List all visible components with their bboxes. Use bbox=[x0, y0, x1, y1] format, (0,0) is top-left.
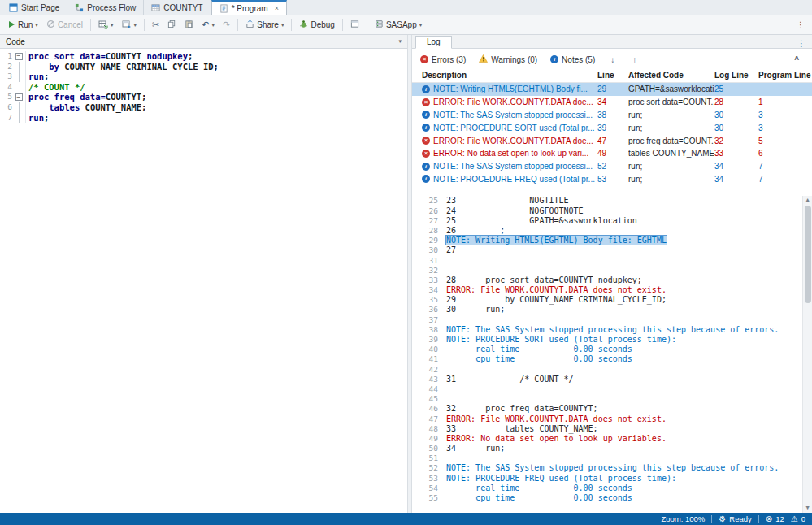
collapse-issues-icon[interactable]: ^ bbox=[789, 55, 804, 64]
log-table-row[interactable]: iNOTE: The SAS System stopped processi..… bbox=[412, 160, 812, 173]
scroll-up-icon[interactable]: ▲ bbox=[805, 196, 809, 205]
filter-warnings[interactable]: Warnings (0) bbox=[479, 54, 537, 64]
log-line-number: 34 bbox=[419, 285, 438, 295]
share-button[interactable]: Share ▾ bbox=[242, 18, 287, 32]
filter-notes[interactable]: i Notes (5) bbox=[550, 55, 595, 64]
log-line[interactable]: 38NOTE: The SAS System stopped processin… bbox=[419, 325, 812, 335]
log-line[interactable]: 37 bbox=[419, 315, 812, 325]
send-button[interactable]: ▾ bbox=[119, 18, 141, 33]
log-line[interactable]: 2523 NOGTITLE bbox=[419, 196, 812, 206]
tab-program[interactable]: * Program × bbox=[211, 0, 287, 15]
log-line[interactable]: 52NOTE: The SAS System stopped processin… bbox=[419, 463, 812, 473]
tab-countyt[interactable]: COUNTYT bbox=[144, 0, 211, 15]
log-table-row[interactable]: ×ERROR: No data set open to look up vari… bbox=[412, 147, 812, 160]
zoom-level[interactable]: Zoom: 100% bbox=[661, 514, 705, 523]
log-line[interactable]: 49ERROR: No data set open to look up var… bbox=[419, 434, 812, 444]
log-table-row[interactable]: iNOTE: PROCEDURE FREQ used (Total pr...5… bbox=[412, 173, 812, 186]
run-button[interactable]: Run ▾ bbox=[4, 19, 41, 32]
properties-button[interactable] bbox=[347, 18, 363, 32]
log-table-row[interactable]: iNOTE: The SAS System stopped processi..… bbox=[412, 109, 812, 122]
collapse-region-icon[interactable]: − bbox=[15, 53, 23, 60]
toolbar-overflow-icon[interactable]: ⋮ bbox=[793, 20, 808, 29]
column-header-log-line[interactable]: Log Line bbox=[714, 71, 758, 80]
caret-down-icon[interactable]: ▾ bbox=[111, 22, 114, 28]
log-line[interactable]: 2826 ; bbox=[419, 226, 812, 236]
log-line[interactable]: 4632 proc freq data=COUNTYT; bbox=[419, 404, 812, 414]
log-line[interactable]: 54 real time 0.00 seconds bbox=[419, 484, 812, 493]
log-line[interactable]: 3328 proc sort data=COUNTYT nodupkey; bbox=[419, 276, 812, 285]
log-table-row[interactable]: iNOTE: Writing HTML5(EGHTML) Body fi...2… bbox=[412, 83, 812, 96]
next-issue-button[interactable]: ↓ bbox=[608, 55, 617, 64]
code-line[interactable]: 2 by COUNTY_NAME CRIMINAL_CYCLE_ID; bbox=[0, 62, 407, 72]
filter-errors[interactable]: × Errors (3) bbox=[420, 55, 466, 64]
log-line[interactable]: 42 bbox=[419, 365, 812, 375]
caret-down-icon[interactable]: ▾ bbox=[281, 22, 284, 28]
close-icon[interactable]: × bbox=[275, 5, 279, 12]
log-line[interactable]: 32 bbox=[419, 266, 812, 276]
tab-start-page[interactable]: Start Page bbox=[2, 0, 67, 15]
cut-button[interactable]: ✂ bbox=[149, 19, 163, 31]
log-line[interactable]: 47ERROR: File WORK.COUNTYT.DATA does not… bbox=[419, 414, 812, 424]
caret-down-icon[interactable]: ▾ bbox=[419, 22, 423, 28]
prev-issue-button[interactable]: ↑ bbox=[630, 55, 639, 64]
log-line[interactable]: 51 bbox=[419, 453, 812, 463]
log-scrollbar[interactable]: ▲ ▼ bbox=[802, 196, 812, 513]
log-line[interactable]: 55 cpu time 0.00 seconds bbox=[419, 493, 812, 503]
collapse-region-icon[interactable]: − bbox=[15, 93, 23, 101]
log-menu-icon[interactable]: ⋮ bbox=[794, 39, 809, 48]
cancel-button[interactable]: Cancel bbox=[43, 18, 86, 32]
code-line[interactable]: 5−proc freq data=COUNTYT; bbox=[0, 92, 407, 102]
log-line[interactable]: 4833 tables COUNTY_NAME; bbox=[419, 424, 812, 434]
caret-down-icon[interactable]: ▾ bbox=[211, 22, 215, 28]
code-line[interactable]: 3run; bbox=[0, 72, 407, 82]
code-line[interactable]: 1−proc sort data=COUNTYT nodupkey; bbox=[0, 51, 407, 62]
code-line[interactable]: 7run; bbox=[0, 113, 407, 124]
tab-log[interactable]: Log bbox=[415, 36, 452, 49]
code-line[interactable]: 6 tables COUNTY_NAME; bbox=[0, 102, 407, 113]
log-line[interactable]: 44 bbox=[419, 384, 812, 394]
log-table-row[interactable]: iNOTE: PROCEDURE SORT used (Total pr...3… bbox=[412, 121, 812, 134]
code-editor[interactable]: 1−proc sort data=COUNTYT nodupkey;2 by C… bbox=[0, 49, 407, 513]
column-header-affected-code[interactable]: Affected Code bbox=[628, 71, 714, 80]
log-line[interactable]: 3027 bbox=[419, 245, 812, 255]
window-icon bbox=[350, 20, 359, 30]
scroll-down-icon[interactable]: ▼ bbox=[805, 504, 809, 513]
column-header-line[interactable]: Line bbox=[597, 71, 628, 80]
log-line[interactable]: 31 bbox=[419, 256, 812, 266]
debug-button[interactable]: Debug bbox=[296, 18, 337, 32]
server-selector[interactable]: SASApp ▾ bbox=[371, 18, 425, 32]
log-line[interactable]: 45 bbox=[419, 394, 812, 404]
caret-down-icon[interactable]: ▾ bbox=[134, 22, 137, 28]
caret-down-icon[interactable]: ▾ bbox=[35, 22, 38, 28]
log-line[interactable]: 5034 run; bbox=[419, 444, 812, 453]
column-header-program-line[interactable]: Program Line bbox=[758, 71, 812, 80]
log-line[interactable]: 29NOTE: Writing HTML5(EGHTML) Body file:… bbox=[419, 236, 812, 245]
scrollbar-thumb[interactable] bbox=[805, 206, 811, 303]
log-line[interactable]: 53NOTE: PROCEDURE FREQ used (Total proce… bbox=[419, 474, 812, 484]
line-number: 5 bbox=[0, 92, 12, 102]
redo-button[interactable]: ↷ bbox=[219, 19, 233, 31]
cell-description: iNOTE: PROCEDURE FREQ used (Total pr... bbox=[422, 175, 597, 184]
export-button[interactable]: ▾ bbox=[95, 18, 117, 33]
log-line[interactable]: 2624 NOGFOOTNOTE bbox=[419, 206, 812, 216]
log-line-number: 25 bbox=[419, 196, 438, 206]
log-line[interactable]: 34ERROR: File WORK.COUNTYT.DATA does not… bbox=[419, 285, 812, 295]
log-line[interactable]: 3630 run; bbox=[419, 305, 812, 315]
log-line-number: 35 bbox=[419, 295, 438, 305]
paste-button[interactable] bbox=[181, 18, 197, 32]
tab-process-flow[interactable]: Process Flow bbox=[67, 0, 144, 15]
log-output[interactable]: 2523 NOGTITLE2624 NOGFOOTNOTE2725 GPATH=… bbox=[412, 196, 812, 513]
log-line[interactable]: 4331 /* COUNT */ bbox=[419, 375, 812, 384]
code-line[interactable]: 4/* COUNT */ bbox=[0, 82, 407, 93]
log-table-row[interactable]: ×ERROR: File WORK.COUNTYT.DATA doe...47p… bbox=[412, 134, 812, 147]
code-panel-menu-icon[interactable]: ▾ bbox=[398, 38, 402, 45]
column-header-description[interactable]: Description bbox=[422, 71, 597, 80]
log-table-row[interactable]: ×ERROR: File WORK.COUNTYT.DATA doe...34p… bbox=[412, 96, 812, 109]
log-line[interactable]: 2725 GPATH=&sasworklocation bbox=[419, 216, 812, 226]
log-line[interactable]: 41 cpu time 0.00 seconds bbox=[419, 354, 812, 364]
log-line[interactable]: 39NOTE: PROCEDURE SORT used (Total proce… bbox=[419, 335, 812, 345]
copy-button[interactable] bbox=[164, 18, 180, 32]
undo-button[interactable]: ↶ ▾ bbox=[198, 19, 218, 31]
log-line[interactable]: 40 real time 0.00 seconds bbox=[419, 345, 812, 354]
log-line[interactable]: 3529 by COUNTY_NAME CRIMINAL_CYCLE_ID; bbox=[419, 295, 812, 305]
